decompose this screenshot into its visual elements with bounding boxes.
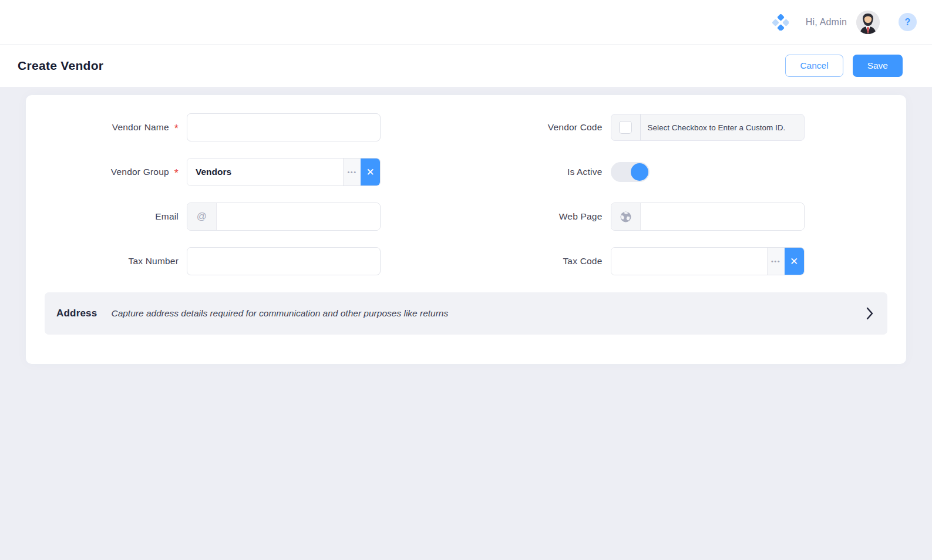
help-glyph: ? xyxy=(905,17,911,28)
vendor-name-label: Vendor Name * xyxy=(43,122,179,133)
web-page-input[interactable] xyxy=(641,203,804,230)
email-label: Email xyxy=(43,211,179,222)
vendor-code-label-text: Vendor Code xyxy=(548,122,603,133)
is-active-label-text: Is Active xyxy=(567,167,603,177)
vendor-group-clear-icon[interactable]: ✕ xyxy=(361,158,380,185)
save-button[interactable]: Save xyxy=(853,55,903,77)
vendor-group-lookup: ••• ✕ xyxy=(187,158,381,186)
vendor-code-label: Vendor Code xyxy=(467,122,603,133)
address-section-subtitle: Capture address details required for com… xyxy=(111,308,866,319)
email-label-text: Email xyxy=(155,211,179,222)
tax-number-label: Tax Number xyxy=(43,256,179,266)
web-page-label-text: Web Page xyxy=(559,211,603,222)
tax-code-lookup: ••• ✕ xyxy=(611,247,805,275)
email-input[interactable] xyxy=(217,203,380,230)
custom-id-hint: Select Checkbox to Enter a Custom ID. xyxy=(641,114,804,140)
custom-id-group: Select Checkbox to Enter a Custom ID. xyxy=(611,114,805,141)
vendor-code-field: Vendor Code Select Checkbox to Enter a C… xyxy=(466,113,907,141)
topbar: Hi, Admin ? xyxy=(0,0,932,44)
help-icon[interactable]: ? xyxy=(899,13,917,31)
tax-number-field: Tax Number xyxy=(26,247,466,275)
chevron-right-icon[interactable] xyxy=(866,307,873,320)
vendor-form: Vendor Name * Vendor Code Select Checkbo… xyxy=(26,113,906,275)
web-page-group xyxy=(611,203,805,231)
tax-number-input[interactable] xyxy=(187,247,381,275)
at-sign-icon: @ xyxy=(187,203,217,230)
page-header: Create Vendor Cancel Save xyxy=(0,44,932,87)
is-active-toggle[interactable] xyxy=(611,162,650,182)
globe-icon xyxy=(611,203,641,230)
is-active-field: Is Active xyxy=(466,158,907,186)
vendor-form-card: Vendor Name * Vendor Code Select Checkbo… xyxy=(26,95,906,364)
required-asterisk: * xyxy=(174,168,179,178)
vendor-group-label: Vendor Group * xyxy=(43,167,179,177)
tax-code-label-text: Tax Code xyxy=(563,256,602,266)
tax-code-input[interactable] xyxy=(611,248,767,275)
is-active-label: Is Active xyxy=(467,167,603,177)
custom-id-checkbox[interactable] xyxy=(619,121,632,134)
address-section-title: Address xyxy=(56,308,97,319)
page-title: Create Vendor xyxy=(18,59,103,73)
user-avatar[interactable] xyxy=(856,11,880,34)
tax-number-label-text: Tax Number xyxy=(128,256,179,266)
web-page-field: Web Page xyxy=(466,203,907,231)
vendor-group-label-text: Vendor Group xyxy=(111,167,169,177)
content-area: Vendor Name * Vendor Code Select Checkbo… xyxy=(0,87,932,364)
tax-code-field: Tax Code ••• ✕ xyxy=(466,247,907,275)
vendor-name-label-text: Vendor Name xyxy=(112,122,169,133)
vendor-name-input[interactable] xyxy=(187,113,381,141)
web-page-label: Web Page xyxy=(467,211,603,222)
cancel-button[interactable]: Cancel xyxy=(785,55,843,77)
tax-code-browse-icon[interactable]: ••• xyxy=(767,248,785,275)
custom-id-checkbox-cell xyxy=(611,114,641,140)
vendor-group-field: Vendor Group * ••• ✕ xyxy=(26,158,466,186)
apps-grid-icon[interactable] xyxy=(772,14,789,31)
tax-code-label: Tax Code xyxy=(467,256,603,266)
user-greeting: Hi, Admin xyxy=(806,17,847,28)
address-section-header[interactable]: Address Capture address details required… xyxy=(45,292,887,335)
email-field: Email @ xyxy=(26,203,466,231)
email-group: @ xyxy=(187,203,381,231)
vendor-group-input[interactable] xyxy=(187,158,343,185)
toggle-knob xyxy=(631,163,648,181)
required-asterisk: * xyxy=(174,123,179,134)
tax-code-clear-icon[interactable]: ✕ xyxy=(785,248,804,275)
vendor-name-field: Vendor Name * xyxy=(26,113,466,141)
header-actions: Cancel Save xyxy=(785,55,903,77)
vendor-group-browse-icon[interactable]: ••• xyxy=(343,158,361,185)
